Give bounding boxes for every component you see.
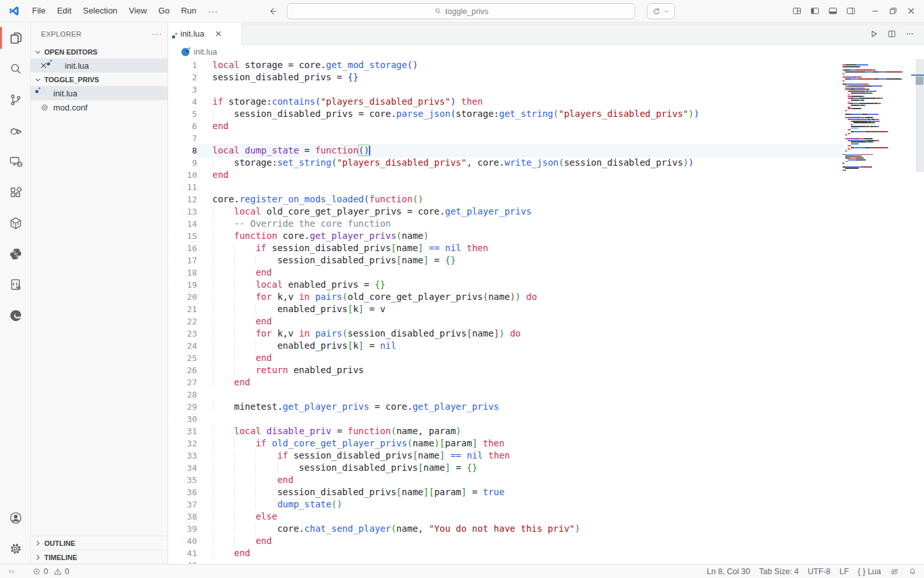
line-number[interactable]: 21 [168, 303, 197, 315]
code-line[interactable]: 28 [168, 389, 843, 401]
code-line[interactable]: 13 local old_core_get_player_privs = cor… [168, 206, 843, 218]
line-number[interactable]: 34 [168, 462, 197, 474]
code-line[interactable]: 31 local disable_priv = function(name, p… [168, 425, 843, 437]
line-number[interactable]: 40 [168, 535, 197, 547]
line-number[interactable]: 5 [168, 108, 197, 120]
line-number[interactable]: 29 [168, 401, 197, 413]
code-line[interactable]: 21 enabled_privs[k] = v [168, 303, 843, 315]
line-number[interactable]: 1 [168, 59, 197, 71]
code-line[interactable]: 41 end [168, 547, 843, 559]
line-number[interactable]: 35 [168, 474, 197, 486]
code-line[interactable]: 42 [168, 559, 843, 564]
language-mode-status[interactable]: { } Lua [853, 565, 886, 578]
timeline-header[interactable]: TIMELINE [31, 550, 167, 564]
notifications-bell[interactable] [903, 565, 921, 578]
code-line[interactable]: 10end [168, 169, 843, 181]
activity-source-control[interactable] [0, 84, 31, 115]
code-line[interactable]: 27 end [168, 376, 843, 389]
code-line[interactable]: 16 if session_disabled_privs[name] == ni… [168, 242, 843, 254]
minimize-button[interactable] [866, 2, 884, 20]
activity-edge-browser[interactable] [0, 300, 31, 331]
code-line[interactable]: 11 [168, 181, 843, 193]
menu-selection[interactable]: Selection [77, 3, 123, 19]
minimap[interactable] [843, 60, 916, 167]
code-line[interactable]: 37 dump_state() [168, 498, 843, 511]
activity-explorer[interactable] [0, 22, 31, 53]
activity-remote-explorer[interactable] [0, 146, 31, 177]
code-line[interactable]: 40 end [168, 535, 843, 547]
activity-search[interactable] [0, 53, 31, 84]
line-number[interactable]: 13 [168, 206, 197, 218]
code-line[interactable]: 33 if session_disabled_privs[name] == ni… [168, 450, 843, 462]
line-number[interactable]: 25 [168, 352, 197, 364]
line-number[interactable]: 15 [168, 230, 197, 242]
code-line[interactable]: 20 for k,v in pairs(old_core_get_player_… [168, 291, 843, 303]
close-window-button[interactable] [902, 2, 920, 20]
line-number[interactable]: 33 [168, 450, 197, 462]
line-number[interactable]: 30 [168, 413, 197, 425]
code-editor[interactable]: 1local storage = core.get_mod_storage()2… [168, 59, 924, 564]
code-line[interactable]: 29 minetest.get_player_privs = core.get_… [168, 401, 843, 413]
line-number[interactable]: 9 [168, 157, 197, 169]
line-number[interactable]: 4 [168, 96, 197, 108]
line-number[interactable]: 7 [168, 132, 197, 144]
line-number[interactable]: 10 [168, 169, 197, 181]
code-line[interactable]: 8local dump_state = function() [168, 144, 843, 157]
code-line[interactable]: 17 session_disabled_privs[name] = {} [168, 254, 843, 267]
code-line[interactable]: 19 local enabled_privs = {} [168, 279, 843, 291]
line-number[interactable]: 41 [168, 547, 197, 559]
indentation-status[interactable]: Tab Size: 4 [755, 565, 803, 578]
copilot-button[interactable] [647, 3, 675, 19]
back-arrow-icon[interactable] [268, 6, 278, 17]
code-line[interactable]: 30 [168, 413, 843, 425]
line-number[interactable]: 12 [168, 193, 197, 206]
activity-task-runner[interactable] [0, 269, 31, 300]
code-line[interactable]: 38 else [168, 511, 843, 523]
code-line[interactable]: 23 for k,v in pairs(session_disabled_pri… [168, 328, 843, 340]
menu-more[interactable]: ··· [202, 6, 224, 16]
eol-status[interactable]: LF [835, 565, 853, 578]
line-number[interactable]: 6 [168, 120, 197, 132]
breadcrumb[interactable]: init.lua [168, 45, 924, 59]
line-number[interactable]: 31 [168, 425, 197, 437]
code-line[interactable]: 6end [168, 120, 843, 132]
line-number[interactable]: 27 [168, 376, 197, 389]
open-editor-item-init-lua[interactable]: init.lua [31, 58, 167, 73]
split-editor-button[interactable] [883, 25, 901, 43]
code-line[interactable]: 35 end [168, 474, 843, 486]
code-line[interactable]: 24 enabled_privs[k] = nil [168, 340, 843, 352]
code-line[interactable]: 7 [168, 132, 843, 144]
code-line[interactable]: 12core.register_on_mods_loaded(function(… [168, 193, 843, 206]
code-line[interactable]: 1local storage = core.get_mod_storage() [168, 59, 843, 71]
cursor-position-status[interactable]: Ln 8, Col 30 [703, 565, 755, 578]
line-number[interactable]: 24 [168, 340, 197, 352]
menu-file[interactable]: File [26, 3, 51, 19]
code-line[interactable]: 25 end [168, 352, 843, 364]
line-number[interactable]: 39 [168, 523, 197, 535]
activity-run-and-debug[interactable] [0, 115, 31, 146]
line-number[interactable]: 2 [168, 71, 197, 83]
editor-more-actions-button[interactable] [901, 25, 919, 43]
menu-view[interactable]: View [123, 3, 153, 19]
line-number[interactable]: 14 [168, 218, 197, 230]
menu-edit[interactable]: Edit [51, 3, 77, 19]
line-number[interactable]: 37 [168, 498, 197, 511]
toggle-primary-sidebar-button[interactable] [806, 2, 824, 20]
line-number[interactable]: 26 [168, 364, 197, 376]
line-number[interactable]: 8 [168, 144, 197, 157]
encoding-status[interactable]: UTF-8 [803, 565, 835, 578]
code-line[interactable]: 39 core.chat_send_player(name, "You do n… [168, 523, 843, 535]
open-editors-header[interactable]: OPEN EDITORS [31, 45, 167, 58]
code-line[interactable]: 14 -- Override the core function [168, 218, 843, 230]
copilot-status[interactable] [886, 565, 903, 578]
workspace-folder-header[interactable]: TOGGLE_PRIVS [31, 73, 167, 86]
code-line[interactable]: 15 function core.get_player_privs(name) [168, 230, 843, 242]
code-line[interactable]: 26 return enabled_privs [168, 364, 843, 376]
tab-init-lua[interactable]: init.lua [168, 22, 242, 45]
outline-header[interactable]: OUTLINE [31, 536, 167, 550]
line-number[interactable]: 16 [168, 242, 197, 254]
line-number[interactable]: 28 [168, 389, 197, 401]
line-number[interactable]: 11 [168, 181, 197, 193]
scrollbar-thumb[interactable] [916, 76, 923, 85]
sidebar-more-button[interactable]: ··· [152, 29, 162, 39]
